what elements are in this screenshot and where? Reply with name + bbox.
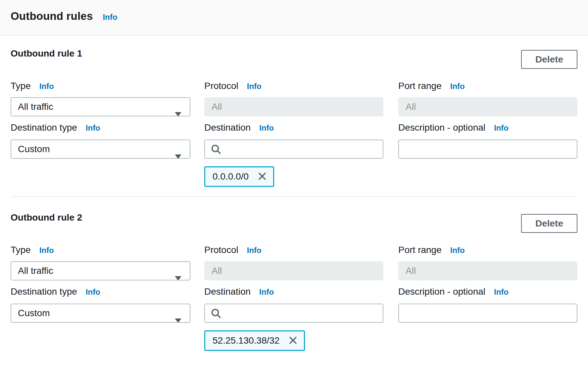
description-input[interactable] [398, 140, 577, 159]
port-range-label-row: Port range Info [398, 81, 465, 91]
type-label-row: Type Info [11, 245, 54, 255]
destination-search-wrap [204, 140, 383, 159]
rule-heading: Outbound rule 2 [11, 212, 82, 223]
caret-down-icon [174, 105, 182, 123]
destination-type-info-link[interactable]: Info [86, 123, 100, 133]
description-field-wrap [398, 304, 577, 323]
destination-token-value: 52.25.130.38/32 [213, 335, 279, 346]
destination-info-link[interactable]: Info [259, 123, 274, 133]
caret-down-icon [174, 269, 182, 287]
destination-label: Destination [204, 122, 251, 133]
destination-search-wrap [204, 304, 383, 323]
destination-type-label-row: Destination type Info [11, 122, 100, 133]
destination-label: Destination [204, 286, 251, 297]
type-label: Type [11, 245, 31, 255]
port-range-field-wrap [398, 97, 577, 116]
destination-type-select[interactable]: Custom [11, 304, 190, 323]
protocol-label-row: Protocol Info [204, 81, 262, 91]
caret-down-icon [174, 147, 182, 165]
outbound-rules-panel: Outbound rules Info Outbound rule 1 Dele… [0, 0, 588, 379]
close-icon [288, 335, 298, 346]
protocol-label: Protocol [204, 245, 238, 255]
type-info-link[interactable]: Info [39, 246, 54, 255]
description-label: Description - optional [398, 286, 485, 297]
rule-heading: Outbound rule 1 [11, 48, 82, 59]
port-range-label: Port range [398, 245, 442, 255]
description-label-row: Description - optional Info [398, 286, 509, 297]
port-range-label: Port range [398, 81, 442, 91]
destination-label-row: Destination Info [204, 286, 274, 297]
type-label-row: Type Info [11, 81, 54, 91]
port-range-info-link[interactable]: Info [450, 82, 465, 91]
panel-header: Outbound rules Info [0, 0, 588, 36]
description-label-row: Description - optional Info [398, 122, 509, 133]
port-range-field-wrap [398, 261, 577, 280]
destination-type-select[interactable]: Custom [11, 140, 190, 159]
port-range-label-row: Port range Info [398, 245, 465, 255]
caret-down-icon [174, 311, 182, 329]
port-range-input [398, 261, 577, 280]
delete-rule-button[interactable]: Delete [521, 214, 577, 233]
type-info-link[interactable]: Info [39, 82, 54, 91]
type-select-value: All traffic [18, 102, 53, 112]
protocol-info-link[interactable]: Info [247, 82, 262, 91]
destination-search-input[interactable] [204, 140, 383, 159]
type-label: Type [11, 81, 31, 91]
delete-rule-button[interactable]: Delete [521, 50, 577, 69]
port-range-info-link[interactable]: Info [450, 246, 465, 255]
destination-type-select-value: Custom [18, 308, 50, 318]
outbound-rule-2-section: Outbound rule 2 Delete Type Info Protoco… [0, 200, 588, 364]
destination-search-input[interactable] [204, 304, 383, 323]
description-label: Description - optional [398, 122, 485, 133]
destination-token-value: 0.0.0.0/0 [213, 171, 249, 182]
destination-type-label: Destination type [11, 122, 77, 133]
port-range-input [398, 97, 577, 116]
destination-type-select-value: Custom [18, 144, 50, 154]
description-input[interactable] [398, 304, 577, 323]
outbound-rule-1-section: Outbound rule 1 Delete Type Info Protoco… [0, 36, 588, 200]
rule-divider [11, 196, 577, 197]
token-dismiss-button[interactable] [257, 171, 267, 182]
destination-token: 0.0.0.0/0 [204, 166, 274, 187]
description-info-link[interactable]: Info [494, 123, 509, 133]
destination-token: 52.25.130.38/32 [204, 330, 305, 351]
protocol-field-wrap [204, 97, 383, 116]
destination-info-link[interactable]: Info [259, 287, 274, 297]
protocol-input [204, 261, 383, 280]
destination-label-row: Destination Info [204, 122, 274, 133]
description-info-link[interactable]: Info [494, 287, 509, 297]
protocol-label-row: Protocol Info [204, 245, 262, 255]
type-select[interactable]: All traffic [11, 97, 190, 116]
destination-type-info-link[interactable]: Info [86, 287, 100, 297]
header-info-link[interactable]: Info [103, 13, 117, 22]
page-title: Outbound rules [11, 10, 93, 22]
protocol-field-wrap [204, 261, 383, 280]
type-select-value: All traffic [18, 266, 53, 276]
close-icon [257, 171, 267, 182]
protocol-info-link[interactable]: Info [247, 246, 262, 255]
token-dismiss-button[interactable] [288, 335, 298, 346]
protocol-input [204, 97, 383, 116]
type-select[interactable]: All traffic [11, 261, 190, 280]
destination-type-label-row: Destination type Info [11, 286, 100, 297]
destination-type-label: Destination type [11, 286, 77, 297]
description-field-wrap [398, 140, 577, 159]
protocol-label: Protocol [204, 81, 238, 91]
